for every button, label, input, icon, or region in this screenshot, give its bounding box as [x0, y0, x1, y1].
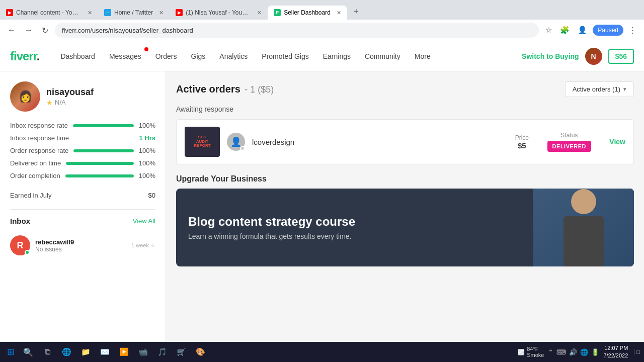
taskbar-app-7[interactable]: 🛒: [173, 343, 190, 360]
taskbar-app-6[interactable]: 🎵: [153, 343, 171, 360]
taskbar-explorer[interactable]: 📁: [77, 343, 94, 360]
stat-inbox-response-time: Inbox response time 1 Hrs: [10, 134, 155, 142]
weather-widget: 🌫️ 84°F Smoke: [518, 346, 544, 358]
view-order-link[interactable]: View: [609, 138, 625, 146]
upgrade-title: Upgrade Your Business: [176, 174, 634, 184]
battery-icon[interactable]: 🔋: [591, 348, 599, 356]
nav-more[interactable]: More: [409, 48, 437, 64]
main-content: Active orders - 1 ($5) Active orders (1)…: [166, 71, 644, 362]
awaiting-title: Awaiting response: [176, 105, 634, 113]
thumbnail-content: SEOAUDITREPORT: [185, 127, 220, 157]
order-card: SEOAUDITREPORT 👤 lcoverdesign Price $5: [176, 119, 634, 164]
stat-value: 100%: [139, 147, 155, 154]
tab-youtube-nisa[interactable]: ▶ (1) Nisa Yousaf - YouTube ✕: [170, 6, 268, 20]
youtube-favicon-icon: ▶: [176, 9, 183, 16]
nav-promoted-gigs[interactable]: Promoted Gigs: [256, 48, 314, 64]
orders-dropdown[interactable]: Active orders (1) ▾: [565, 81, 634, 97]
tab-close-icon[interactable]: ✕: [159, 10, 164, 16]
show-desktop-button[interactable]: □: [634, 349, 640, 355]
main-layout: 👩 nisayousaf ★ N/A Inbox response rate 1…: [0, 71, 644, 362]
order-thumbnail: SEOAUDITREPORT: [185, 127, 220, 157]
inbox-time: 1 week ☆: [131, 242, 155, 249]
inbox-item[interactable]: R rebeccawill9 No issues 1 week ☆: [10, 231, 155, 259]
person-head: [571, 189, 596, 214]
user-avatar-nav[interactable]: N: [585, 48, 602, 65]
youtube-favicon-icon: ▶: [6, 9, 13, 16]
browser-chrome: ▶ Channel content - YouTube Stu... ✕ 🐦 H…: [0, 0, 644, 41]
browser-tabs: ▶ Channel content - YouTube Stu... ✕ 🐦 H…: [0, 0, 644, 20]
bookmark-icon[interactable]: ☆: [543, 24, 554, 36]
nav-orders[interactable]: Orders: [149, 48, 183, 64]
tab-fiverr-seller[interactable]: F Seller Dashboard ✕: [268, 6, 347, 20]
thumbnail-text: SEOAUDITREPORT: [194, 135, 210, 148]
profile-section: 👩 nisayousaf ★ N/A: [10, 81, 155, 112]
twitter-favicon-icon: 🐦: [104, 9, 111, 16]
speaker-icon[interactable]: 🔊: [569, 348, 577, 356]
task-view-icon: ⧉: [45, 347, 50, 356]
keyboard-icon[interactable]: ⌨: [556, 348, 566, 356]
avatar-placeholder-icon: 👤: [230, 136, 242, 147]
stat-value: 100%: [139, 172, 155, 179]
more-options-icon[interactable]: ⋮: [626, 24, 639, 36]
taskbar-app-5[interactable]: 📹: [134, 343, 151, 360]
nav-gigs[interactable]: Gigs: [185, 48, 212, 64]
stat-value-green: 1 Hrs: [139, 134, 155, 142]
taskbar-system-icons: ⌃ ⌨ 🔊 🌐 🔋: [548, 348, 599, 356]
tab-twitter[interactable]: 🐦 Home / Twitter ✕: [98, 6, 170, 20]
upgrade-text: Blog content strategy course Learn a win…: [176, 203, 533, 252]
rating-value: N/A: [55, 99, 66, 106]
paused-label: Paused: [598, 27, 618, 34]
balance-button[interactable]: $56: [608, 49, 634, 64]
stat-value: 100%: [139, 122, 155, 129]
stat-label: Order completion: [10, 172, 60, 179]
taskbar-task-view[interactable]: ⧉: [39, 343, 56, 360]
view-all-link[interactable]: View All: [133, 217, 155, 225]
network-icon[interactable]: 🌐: [580, 348, 588, 356]
address-bar[interactable]: [55, 23, 539, 38]
tab-close-icon[interactable]: ✕: [257, 10, 262, 16]
chevron-up-icon[interactable]: ⌃: [548, 348, 553, 356]
taskbar-clock[interactable]: 12:07 PM 7/22/2022: [603, 344, 628, 360]
price-value: $5: [507, 141, 537, 150]
switch-to-buying-button[interactable]: Switch to Buying: [522, 52, 579, 60]
taskbar-left: ⊞ 🔍 ⧉ 🌐 📁 ✉️ ▶️ 📹 🎵 🛒 🎨: [4, 343, 209, 360]
tab-youtube-channel[interactable]: ▶ Channel content - YouTube Stu... ✕: [0, 6, 98, 20]
new-tab-button[interactable]: ＋: [347, 3, 365, 20]
upgrade-card[interactable]: Blog content strategy course Learn a win…: [176, 189, 634, 266]
price-label: Price: [507, 134, 537, 141]
start-button[interactable]: ⊞: [4, 344, 18, 359]
back-button[interactable]: ←: [5, 24, 18, 36]
progress-bar-fill: [66, 162, 134, 165]
taskbar-youtube-app[interactable]: ▶️: [115, 343, 132, 360]
nav-community[interactable]: Community: [359, 48, 407, 64]
forward-button[interactable]: →: [22, 24, 35, 36]
profile-rating: ★ N/A: [46, 99, 94, 107]
profile-icon[interactable]: 👤: [575, 24, 590, 36]
stat-order-response-rate: Order response rate 100%: [10, 147, 155, 154]
paused-button[interactable]: Paused: [593, 25, 623, 36]
app8-icon: 🎨: [196, 347, 205, 356]
orders-title: Active orders: [176, 83, 240, 95]
nav-earnings[interactable]: Earnings: [317, 48, 357, 64]
app6-icon: 🎵: [157, 347, 167, 356]
taskbar-mail[interactable]: ✉️: [96, 343, 113, 360]
extensions-icon[interactable]: 🧩: [557, 24, 572, 36]
taskbar-search[interactable]: 🔍: [20, 343, 37, 360]
app7-icon: 🛒: [177, 347, 186, 356]
taskbar-app-8[interactable]: 🎨: [192, 343, 209, 360]
nav-messages[interactable]: Messages: [103, 48, 147, 64]
inbox-title: Inbox: [10, 217, 30, 225]
taskbar-edge[interactable]: 🌐: [58, 343, 75, 360]
tab-close-icon[interactable]: ✕: [337, 10, 341, 16]
profile-avatar-image: 👩: [10, 81, 40, 112]
time-display: 12:07 PM: [603, 344, 628, 352]
nav-dashboard[interactable]: Dashboard: [54, 48, 101, 64]
nav-analytics[interactable]: Analytics: [213, 48, 254, 64]
stat-label: Order response rate: [10, 147, 68, 154]
stats-section: Inbox response rate 100% Inbox response …: [10, 122, 155, 199]
tab-close-icon[interactable]: ✕: [88, 10, 92, 16]
progress-bar-container: [66, 162, 134, 165]
youtube-taskbar-icon: ▶️: [119, 347, 129, 356]
refresh-button[interactable]: ↻: [39, 24, 51, 37]
orders-header: Active orders - 1 ($5) Active orders (1)…: [176, 81, 634, 97]
